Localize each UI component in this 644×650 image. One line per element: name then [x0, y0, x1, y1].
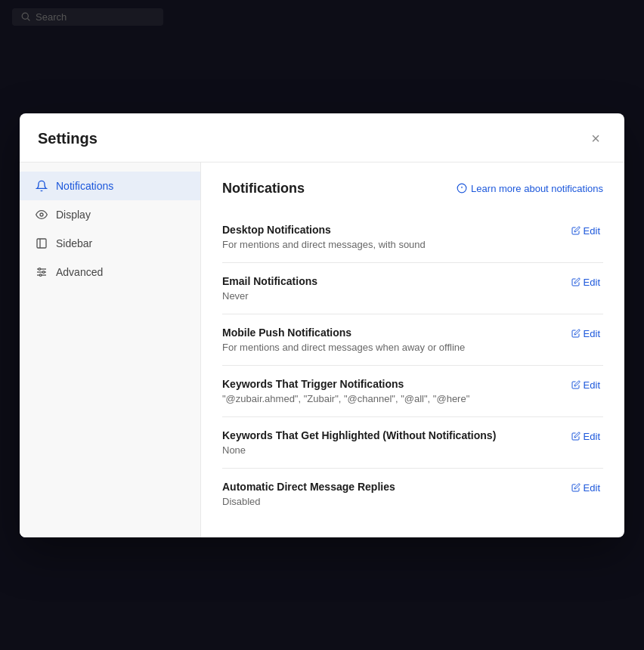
edit-icon: [571, 329, 581, 338]
sidebar-item-advanced[interactable]: Advanced: [20, 258, 200, 286]
settings-content: Notifications Learn more about notificat…: [201, 162, 624, 537]
notif-info: Email Notifications Never: [222, 275, 556, 302]
edit-icon: [571, 226, 581, 235]
notification-row: Email Notifications Never Edit: [222, 263, 603, 314]
eye-icon: [35, 208, 48, 221]
sidebar-item-notifications[interactable]: Notifications: [20, 172, 200, 200]
edit-button-2[interactable]: Edit: [568, 327, 603, 341]
modal-title: Settings: [38, 130, 98, 147]
edit-icon: [571, 432, 581, 441]
svg-rect-3: [37, 239, 46, 248]
notif-name: Keywords That Trigger Notifications: [222, 378, 556, 390]
notif-value: Disabled: [222, 496, 556, 507]
modal-header: Settings ×: [20, 113, 624, 162]
edit-icon: [571, 483, 581, 492]
content-title: Notifications: [222, 181, 305, 197]
sidebar-item-sidebar-label: Sidebar: [56, 237, 92, 249]
svg-point-2: [40, 213, 43, 216]
notif-name: Keywords That Get Highlighted (Without N…: [222, 429, 556, 441]
edit-label: Edit: [584, 482, 600, 494]
sidebar-icon: [35, 237, 48, 250]
notif-value: "@zubair.ahmed", "Zubair", "@channel", "…: [222, 393, 556, 404]
sidebar-item-display-label: Display: [56, 209, 91, 221]
notif-value: For mentions and direct messages when aw…: [222, 342, 556, 353]
notif-name: Automatic Direct Message Replies: [222, 481, 556, 493]
edit-label: Edit: [584, 328, 600, 339]
notif-name: Desktop Notifications: [222, 224, 556, 236]
close-button[interactable]: ×: [585, 128, 606, 150]
settings-modal: Settings × Notifications: [20, 113, 624, 537]
sidebar-item-display[interactable]: Display: [20, 200, 200, 229]
notification-row: Keywords That Trigger Notifications "@zu…: [222, 366, 603, 417]
modal-overlay: Settings × Notifications: [0, 0, 644, 650]
svg-point-9: [42, 271, 45, 273]
edit-icon: [571, 277, 581, 286]
notif-value: None: [222, 444, 556, 456]
advanced-icon: [35, 265, 48, 279]
notif-info: Automatic Direct Message Replies Disable…: [222, 481, 556, 507]
notif-value: Never: [222, 290, 556, 302]
edit-label: Edit: [584, 277, 600, 288]
learn-more-link[interactable]: Learn more about notifications: [457, 183, 603, 194]
notif-value: For mentions and direct messages, with s…: [222, 239, 556, 250]
edit-icon: [571, 380, 581, 389]
modal-body: Notifications Display: [20, 162, 624, 537]
edit-button-4[interactable]: Edit: [568, 429, 603, 444]
notification-row: Mobile Push Notifications For mentions a…: [222, 314, 603, 366]
notif-info: Keywords That Trigger Notifications "@zu…: [222, 378, 556, 404]
content-header: Notifications Learn more about notificat…: [222, 181, 603, 197]
notif-info: Desktop Notifications For mentions and d…: [222, 224, 556, 250]
close-icon: ×: [591, 130, 600, 147]
notif-info: Mobile Push Notifications For mentions a…: [222, 327, 556, 353]
sidebar-item-sidebar[interactable]: Sidebar: [20, 229, 200, 258]
learn-more-label: Learn more about notifications: [471, 183, 603, 194]
notification-row: Keywords That Get Highlighted (Without N…: [222, 417, 603, 469]
edit-button-5[interactable]: Edit: [568, 481, 603, 495]
notification-row: Automatic Direct Message Replies Disable…: [222, 469, 603, 519]
svg-point-8: [39, 268, 41, 270]
notif-name: Mobile Push Notifications: [222, 327, 556, 339]
svg-point-10: [39, 274, 42, 276]
edit-label: Edit: [584, 431, 600, 442]
notif-name: Email Notifications: [222, 275, 556, 287]
edit-label: Edit: [584, 379, 600, 391]
sidebar-item-notifications-label: Notifications: [56, 180, 113, 192]
notif-info: Keywords That Get Highlighted (Without N…: [222, 429, 556, 456]
settings-sidebar: Notifications Display: [20, 162, 201, 537]
edit-button-0[interactable]: Edit: [568, 224, 603, 238]
bell-icon: [35, 179, 48, 193]
notification-rows: Desktop Notifications For mentions and d…: [222, 212, 603, 519]
edit-label: Edit: [584, 225, 600, 237]
info-icon: [457, 183, 467, 193]
edit-button-3[interactable]: Edit: [568, 378, 603, 392]
sidebar-item-advanced-label: Advanced: [56, 266, 103, 278]
edit-button-1[interactable]: Edit: [568, 275, 603, 289]
notification-row: Desktop Notifications For mentions and d…: [222, 212, 603, 263]
